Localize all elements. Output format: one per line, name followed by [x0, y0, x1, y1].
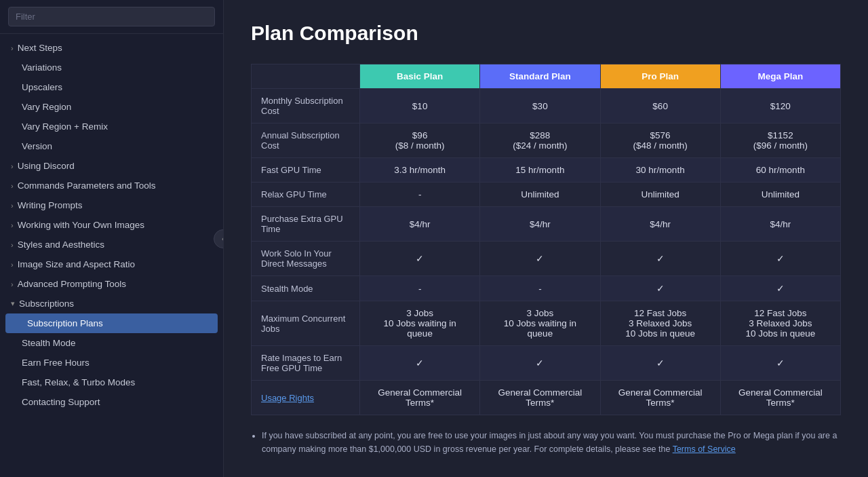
sidebar-item-label-fast-relax-turbo: Fast, Relax, & Turbo Modes — [22, 377, 135, 387]
table-row: Annual Subscription Cost$96($8 / month)$… — [252, 123, 841, 158]
sidebar-filter-container — [0, 0, 223, 34]
sidebar-item-label-vary-region-remix: Vary Region + Remix — [22, 121, 108, 132]
sidebar-item-working-own-images[interactable]: ›Working with Your Own Images — [0, 215, 223, 235]
sidebar-item-vary-region-remix[interactable]: Vary Region + Remix — [0, 117, 223, 136]
table-cell-mega: $4/hr — [720, 207, 840, 242]
table-cell-pro: $4/hr — [600, 207, 720, 242]
sidebar-item-upscalers[interactable]: Upscalers — [0, 77, 223, 97]
sidebar-item-subscription-plans[interactable]: Subscription Plans — [5, 313, 218, 333]
table-cell-pro: 30 hr/month — [600, 158, 720, 183]
sidebar-item-label-subscriptions: Subscriptions — [19, 299, 74, 309]
table-cell-feature: Stealth Mode — [252, 276, 360, 301]
table-cell-basic: $4/hr — [360, 207, 480, 242]
sidebar-item-label-styles-aesthetics: Styles and Aesthetics — [18, 240, 104, 250]
table-cell-standard: 3 Jobs10 Jobs waiting in queue — [480, 301, 600, 346]
header-feature — [252, 64, 360, 89]
sidebar-item-label-variations: Variations — [22, 62, 62, 73]
table-cell-feature: Work Solo In Your Direct Messages — [252, 242, 360, 276]
table-cell-mega: ✓ — [720, 242, 840, 276]
sidebar: ›Next StepsVariationsUpscalersVary Regio… — [0, 0, 224, 477]
footnote-content: If you have subscribed at any point, you… — [262, 431, 837, 454]
working-own-images-chevron-icon: › — [11, 221, 14, 229]
sidebar-item-label-contacting-support: Contacting Support — [22, 397, 100, 407]
filter-input[interactable] — [8, 7, 215, 26]
sidebar-item-label-subscription-plans: Subscription Plans — [27, 318, 103, 328]
footnote-text: If you have subscribed at any point, you… — [262, 429, 841, 456]
table-cell-pro: Unlimited — [600, 183, 720, 207]
table-cell-standard: General Commercial Terms* — [480, 381, 600, 415]
table-cell-basic: - — [360, 276, 480, 301]
table-cell-mega: General Commercial Terms* — [720, 381, 840, 415]
table-cell-standard: Unlimited — [480, 183, 600, 207]
comparison-table: Basic Plan Standard Plan Pro Plan Mega P… — [251, 64, 841, 415]
table-cell-basic: 3.3 hr/month — [360, 158, 480, 183]
using-discord-chevron-icon: › — [11, 162, 14, 170]
table-cell-basic: 3 Jobs10 Jobs waiting in queue — [360, 301, 480, 346]
sidebar-item-writing-prompts[interactable]: ›Writing Prompts — [0, 195, 223, 215]
table-cell-pro: $60 — [600, 89, 720, 123]
sidebar-item-commands-parameters[interactable]: ›Commands Parameters and Tools — [0, 176, 223, 195]
table-cell-basic: ✓ — [360, 242, 480, 276]
terms-of-service-link[interactable]: Terms of Service — [673, 444, 736, 454]
table-row: Purchase Extra GPU Time$4/hr$4/hr$4/hr$4… — [252, 207, 841, 242]
table-row: Stealth Mode--✓✓ — [252, 276, 841, 301]
image-size-chevron-icon: › — [11, 261, 14, 269]
table-cell-mega: Unlimited — [720, 183, 840, 207]
sidebar-item-version[interactable]: Version — [0, 136, 223, 156]
sidebar-item-contacting-support[interactable]: Contacting Support — [0, 392, 223, 412]
sidebar-navigation: ›Next StepsVariationsUpscalersVary Regio… — [0, 34, 223, 477]
sidebar-item-label-stealth-mode: Stealth Mode — [22, 338, 76, 348]
table-cell-mega: ✓ — [720, 346, 840, 381]
sidebar-item-fast-relax-turbo[interactable]: Fast, Relax, & Turbo Modes — [0, 373, 223, 392]
table-cell-mega: 12 Fast Jobs3 Relaxed Jobs10 Jobs in que… — [720, 301, 840, 346]
table-row: Monthly Subscription Cost$10$30$60$120 — [252, 89, 841, 123]
table-cell-mega: 60 hr/month — [720, 158, 840, 183]
next-steps-chevron-icon: › — [11, 44, 14, 52]
table-cell-standard: $288($24 / month) — [480, 123, 600, 158]
sidebar-item-styles-aesthetics[interactable]: ›Styles and Aesthetics — [0, 235, 223, 254]
sidebar-item-label-next-steps: Next Steps — [18, 43, 62, 53]
table-cell-standard: $30 — [480, 89, 600, 123]
sidebar-item-vary-region[interactable]: Vary Region — [0, 97, 223, 117]
table-cell-pro: $576($48 / month) — [600, 123, 720, 158]
sidebar-item-label-commands-parameters: Commands Parameters and Tools — [18, 180, 156, 191]
subscriptions-chevron-icon: ▾ — [11, 299, 15, 308]
table-row: Fast GPU Time3.3 hr/month15 hr/month30 h… — [252, 158, 841, 183]
table-header-row: Basic Plan Standard Plan Pro Plan Mega P… — [252, 64, 841, 89]
header-standard: Standard Plan — [480, 64, 600, 89]
sidebar-item-label-using-discord: Using Discord — [18, 161, 75, 171]
table-cell-feature: Rate Images to Earn Free GPU Time — [252, 346, 360, 381]
sidebar-item-label-writing-prompts: Writing Prompts — [18, 200, 83, 210]
table-cell-pro: 12 Fast Jobs3 Relaxed Jobs10 Jobs in que… — [600, 301, 720, 346]
table-cell-pro: ✓ — [600, 242, 720, 276]
table-cell-basic: - — [360, 183, 480, 207]
sidebar-item-subscriptions[interactable]: ▾Subscriptions — [0, 294, 223, 313]
table-cell-feature: Annual Subscription Cost — [252, 123, 360, 158]
sidebar-item-stealth-mode[interactable]: Stealth Mode — [0, 333, 223, 353]
sidebar-item-variations[interactable]: Variations — [0, 58, 223, 77]
sidebar-item-label-image-size: Image Size and Aspect Ratio — [18, 259, 135, 269]
table-cell-feature: Monthly Subscription Cost — [252, 89, 360, 123]
table-cell-mega: ✓ — [720, 276, 840, 301]
table-cell-pro: ✓ — [600, 276, 720, 301]
sidebar-item-label-advanced-prompting: Advanced Prompting Tools — [18, 279, 126, 289]
table-row: Work Solo In Your Direct Messages✓✓✓✓ — [252, 242, 841, 276]
table-cell-standard: ✓ — [480, 242, 600, 276]
sidebar-item-label-earn-free-hours: Earn Free Hours — [22, 358, 90, 368]
sidebar-item-image-size[interactable]: ›Image Size and Aspect Ratio — [0, 254, 223, 274]
sidebar-item-earn-free-hours[interactable]: Earn Free Hours — [0, 353, 223, 373]
sidebar-item-using-discord[interactable]: ›Using Discord — [0, 156, 223, 176]
table-cell-mega: $120 — [720, 89, 840, 123]
header-basic: Basic Plan — [360, 64, 480, 89]
table-cell-basic: ✓ — [360, 346, 480, 381]
usage-rights-link[interactable]: Usage Rights — [261, 393, 314, 403]
main-content: Plan Comparison Basic Plan Standard Plan… — [224, 0, 868, 477]
header-mega: Mega Plan — [720, 64, 840, 89]
table-cell-basic: $10 — [360, 89, 480, 123]
table-cell-pro: General Commercial Terms* — [600, 381, 720, 415]
sidebar-item-next-steps[interactable]: ›Next Steps — [0, 38, 223, 58]
table-cell-basic: $96($8 / month) — [360, 123, 480, 158]
table-cell-basic: General Commercial Terms* — [360, 381, 480, 415]
sidebar-item-advanced-prompting[interactable]: ›Advanced Prompting Tools — [0, 274, 223, 294]
table-cell-feature: Purchase Extra GPU Time — [252, 207, 360, 242]
